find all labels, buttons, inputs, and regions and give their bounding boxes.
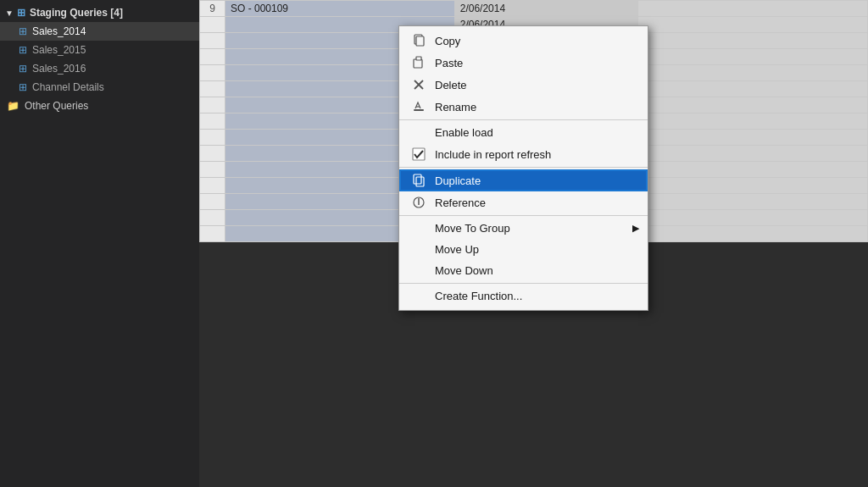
menu-item-duplicate[interactable]: Duplicate (399, 169, 648, 191)
menu-separator-2 (399, 167, 648, 168)
table-row: 9SO - 0001092/06/2014 (200, 1, 868, 17)
paste-label: Paste (435, 57, 637, 69)
other-queries-label: Other Queries (25, 100, 88, 112)
table-icon: ⊞ (19, 44, 27, 56)
menu-item-move-down[interactable]: Move Down (399, 260, 648, 281)
row-num (200, 162, 225, 178)
sidebar-item-label: Sales_2015 (32, 44, 86, 56)
menu-item-move-up[interactable]: Move Up (399, 239, 648, 260)
table-icon: ⊞ (19, 25, 27, 37)
reference-icon (409, 196, 428, 209)
menu-item-delete[interactable]: Delete (399, 74, 648, 96)
paste-icon (409, 56, 428, 69)
move-up-label: Move Up (435, 243, 637, 256)
sidebar-item-sales2015[interactable]: ⊞ Sales_2015 (0, 41, 199, 59)
row-extra (638, 113, 868, 130)
delete-label: Delete (435, 79, 637, 91)
menu-item-reference[interactable]: Reference (399, 191, 648, 213)
include-report-label: Include in report refresh (435, 148, 637, 161)
row-num (200, 81, 225, 97)
row-num (200, 97, 225, 113)
row-extra (638, 65, 868, 81)
sidebar-item-sales2014[interactable]: ⊞ Sales_2014 (0, 22, 199, 41)
menu-separator-4 (399, 283, 648, 284)
row-num (200, 210, 225, 226)
sidebar-item-label: Sales_2016 (32, 63, 86, 75)
rename-icon (409, 100, 428, 113)
menu-item-move-to-group[interactable]: Move To Group ▶ (399, 218, 648, 239)
menu-separator-1 (399, 119, 648, 120)
row-extra (638, 210, 868, 226)
row-num (200, 49, 225, 65)
submenu-arrow-icon: ▶ (632, 223, 639, 234)
sidebar-item-other-queries[interactable]: 📁 Other Queries (0, 97, 199, 115)
reference-label: Reference (435, 196, 637, 209)
row-extra (638, 33, 868, 49)
menu-item-include-report[interactable]: Include in report refresh (399, 143, 648, 165)
row-num (200, 146, 225, 162)
row-num (200, 65, 225, 81)
context-menu: Copy Paste Delete (398, 25, 648, 311)
table-icon: ⊞ (19, 63, 27, 75)
svg-rect-1 (416, 36, 424, 46)
row-num (200, 226, 225, 242)
menu-item-enable-load[interactable]: Enable load (399, 122, 648, 143)
staging-queries-label: Staging Queries [4] (30, 7, 123, 19)
row-num (200, 113, 225, 130)
main-content: 9SO - 0001092/06/20142/06/20142/06/20142… (199, 0, 868, 487)
sidebar-item-sales2016[interactable]: ⊞ Sales_2016 (0, 59, 199, 78)
row-extra (638, 226, 868, 242)
menu-item-paste[interactable]: Paste (399, 52, 648, 74)
row-extra (638, 97, 868, 113)
duplicate-icon (409, 174, 428, 187)
row-num: 9 (200, 1, 225, 17)
row-extra (638, 146, 868, 162)
row-num (200, 194, 225, 210)
row-extra (638, 1, 868, 17)
menu-separator-3 (399, 215, 648, 216)
enable-load-label: Enable load (435, 126, 637, 139)
folder-icon: 📁 (7, 100, 19, 112)
create-function-label: Create Function... (435, 290, 637, 302)
row-extra (638, 17, 868, 33)
row-extra (638, 49, 868, 65)
row-extra (638, 178, 868, 194)
row-extra (638, 81, 868, 97)
row-num (200, 17, 225, 33)
rename-label: Rename (435, 101, 637, 113)
row-num (200, 178, 225, 194)
delete-icon (409, 78, 428, 91)
svg-rect-10 (416, 177, 424, 186)
table-icon: ⊞ (19, 81, 27, 93)
sidebar-item-label: Channel Details (32, 81, 104, 93)
check-icon (409, 147, 428, 161)
sidebar-item-channel-details[interactable]: ⊞ Channel Details (0, 78, 199, 97)
row-extra (638, 194, 868, 210)
move-to-group-label: Move To Group (435, 222, 637, 235)
move-down-label: Move Down (435, 264, 637, 277)
duplicate-label: Duplicate (435, 174, 637, 187)
row-extra (638, 130, 868, 146)
svg-rect-9 (414, 174, 421, 184)
row-extra (638, 162, 868, 178)
row-num (200, 130, 225, 146)
copy-icon (409, 34, 428, 47)
menu-item-copy[interactable]: Copy (399, 30, 648, 52)
sidebar-item-label: Sales_2014 (32, 25, 86, 37)
row-num (200, 33, 225, 49)
menu-item-create-function[interactable]: Create Function... (399, 285, 648, 307)
sidebar: ▼ ⊞ Staging Queries [4] ⊞ Sales_2014 ⊞ S… (0, 0, 199, 487)
row-so: SO - 000109 (225, 1, 455, 17)
svg-rect-3 (416, 57, 421, 60)
staging-queries-header: ▼ ⊞ Staging Queries [4] (0, 3, 199, 22)
staging-icon: ⊞ (17, 7, 25, 19)
row-date: 2/06/2014 (454, 1, 638, 17)
expand-arrow-icon: ▼ (5, 8, 14, 18)
menu-item-rename[interactable]: Rename (399, 96, 648, 118)
copy-label: Copy (435, 35, 637, 47)
svg-rect-6 (414, 109, 424, 111)
